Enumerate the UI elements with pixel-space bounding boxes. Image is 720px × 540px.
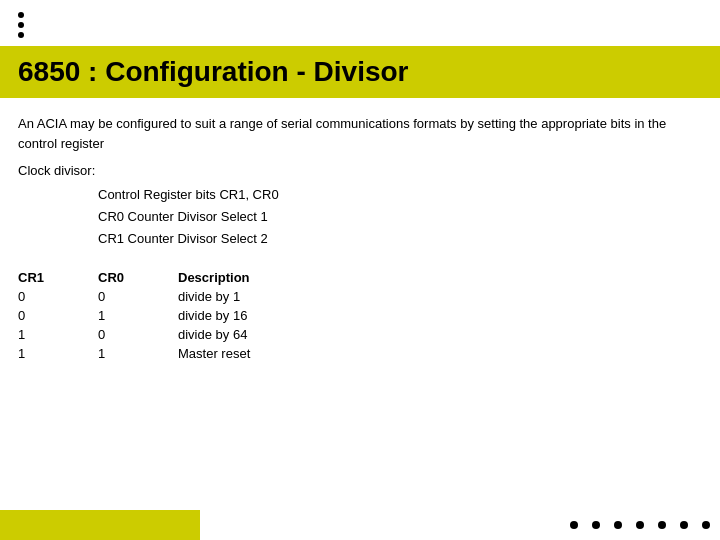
row2-cr0: 1	[98, 308, 178, 323]
register-item-1: Control Register bits CR1, CR0	[98, 184, 702, 206]
bottom-dot-7	[702, 521, 710, 529]
bottom-dot-5	[658, 521, 666, 529]
row4-cr1: 1	[18, 346, 98, 361]
col-header-cr1: CR1	[18, 270, 98, 285]
row1-desc: divide by 1	[178, 289, 240, 304]
row1-cr1: 0	[18, 289, 98, 304]
row3-cr1: 1	[18, 327, 98, 342]
row3-desc: divide by 64	[178, 327, 247, 342]
page-title: 6850 : Configuration - Divisor	[18, 56, 702, 88]
divisor-table: CR1 CR0 Description 0 0 divide by 1 0 1 …	[18, 270, 702, 361]
row4-cr0: 1	[98, 346, 178, 361]
register-list: Control Register bits CR1, CR0 CR0 Count…	[98, 184, 702, 250]
col-header-desc: Description	[178, 270, 250, 285]
bottom-yellow-block	[0, 510, 200, 540]
row2-cr1: 0	[18, 308, 98, 323]
bottom-dot-4	[636, 521, 644, 529]
top-dot-1	[18, 12, 24, 18]
row3-cr0: 0	[98, 327, 178, 342]
table-row: 1 0 divide by 64	[18, 327, 702, 342]
register-item-3: CR1 Counter Divisor Select 2	[98, 228, 702, 250]
bottom-bar	[0, 510, 720, 540]
top-dots-container	[0, 0, 720, 46]
register-item-2: CR0 Counter Divisor Select 1	[98, 206, 702, 228]
col-header-cr0: CR0	[98, 270, 178, 285]
bottom-dots-container	[200, 510, 720, 540]
top-dot-2	[18, 22, 24, 28]
table-row: 1 1 Master reset	[18, 346, 702, 361]
row1-cr0: 0	[98, 289, 178, 304]
top-dot-3	[18, 32, 24, 38]
table-row: 0 0 divide by 1	[18, 289, 702, 304]
bottom-dot-1	[570, 521, 578, 529]
table-row: 0 1 divide by 16	[18, 308, 702, 323]
bottom-dot-3	[614, 521, 622, 529]
row2-desc: divide by 16	[178, 308, 247, 323]
intro-paragraph: An ACIA may be configured to suit a rang…	[18, 114, 702, 153]
bottom-dot-6	[680, 521, 688, 529]
row4-desc: Master reset	[178, 346, 250, 361]
bottom-dot-2	[592, 521, 600, 529]
main-content: An ACIA may be configured to suit a rang…	[0, 114, 720, 361]
title-bar: 6850 : Configuration - Divisor	[0, 46, 720, 98]
clock-divisor-label: Clock divisor:	[18, 163, 702, 178]
table-header-row: CR1 CR0 Description	[18, 270, 702, 285]
